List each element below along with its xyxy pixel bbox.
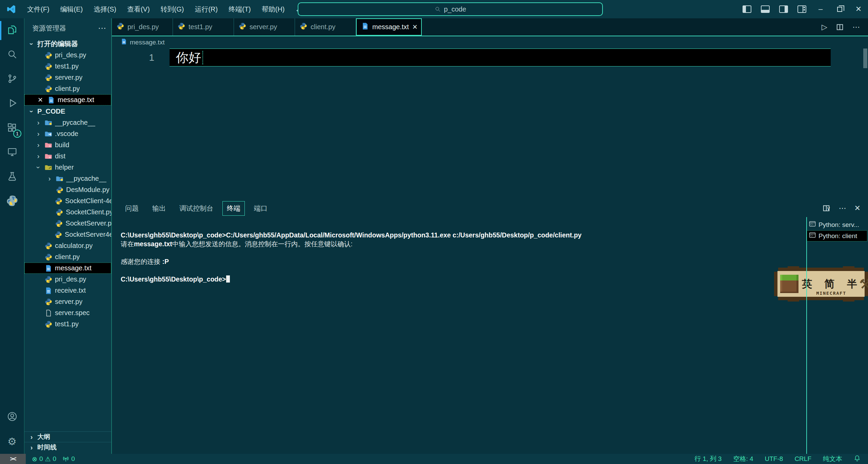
menu-item[interactable]: 运行(R) xyxy=(189,5,223,14)
panel-tab[interactable]: 终端 xyxy=(222,201,245,216)
tree-row[interactable]: › .vscode xyxy=(24,128,111,139)
python-icon xyxy=(117,22,124,32)
remote-indicator[interactable]: >< xyxy=(0,454,26,464)
split-terminal-icon[interactable]: ∨ xyxy=(823,205,831,212)
activity-item-python[interactable] xyxy=(0,189,24,214)
open-editor-row[interactable]: test1.py xyxy=(24,61,111,72)
tree-row[interactable]: › SocketServer4ev... xyxy=(24,229,111,240)
activity-item-testing[interactable] xyxy=(0,165,24,189)
explorer-icon xyxy=(7,24,18,37)
txt-file-icon xyxy=(121,38,127,46)
panel-tab[interactable]: 问题 xyxy=(121,201,143,216)
tree-row[interactable]: › helper xyxy=(24,162,111,173)
open-editor-row[interactable]: server.py xyxy=(24,72,111,83)
toggle-secondary-sidebar-icon[interactable] xyxy=(779,5,788,13)
project-root-header[interactable]: › P_CODE xyxy=(24,105,111,117)
tree-row[interactable]: › test1.py xyxy=(24,318,111,330)
customize-layout-icon[interactable] xyxy=(797,5,806,13)
minimize-button[interactable]: – xyxy=(811,0,830,18)
menu-item[interactable]: 转到(G) xyxy=(155,5,190,14)
tree-row[interactable]: › pri_des.py xyxy=(24,274,111,285)
ime-mode-indicators[interactable]: 英 简 半 xyxy=(802,277,862,291)
terminal-list-item[interactable]: C:\ Python: serv... xyxy=(806,219,867,230)
tree-row[interactable]: › SocketClient.py xyxy=(24,207,111,218)
menu-item[interactable]: 查看(V) xyxy=(122,5,155,14)
terminal-list-item[interactable]: C:\ Python: client xyxy=(806,230,867,241)
activity-item-remote-explorer[interactable] xyxy=(0,140,24,165)
eol[interactable]: CRLF xyxy=(794,455,811,463)
tree-row[interactable]: › server.py xyxy=(24,296,111,307)
tree-row[interactable]: › __pycache__ xyxy=(24,173,111,184)
close-button[interactable]: ✕ xyxy=(849,0,868,18)
terminal-output[interactable]: C:\Users\ghb55\Desktop\p_code>C:/Users/g… xyxy=(112,217,806,454)
editor-scrollbar[interactable] xyxy=(863,49,867,68)
open-editor-row[interactable]: pri_des.py xyxy=(24,50,111,61)
activity-item-explorer[interactable] xyxy=(0,18,24,43)
language-mode[interactable]: 纯文本 xyxy=(823,455,842,463)
more-actions-icon[interactable]: ⋯ xyxy=(839,204,846,213)
more-actions-icon[interactable]: ⋯ xyxy=(852,23,860,32)
panel-tab[interactable]: 输出 xyxy=(148,201,170,216)
tree-row[interactable]: › receive.txt xyxy=(24,285,111,296)
activity-item-extensions[interactable]: 1 xyxy=(0,116,24,140)
problems-status[interactable]: ⊗ 0 ⚠ 0 xyxy=(32,455,56,463)
open-editor-label: pri_des.py xyxy=(55,51,86,59)
panel-tab[interactable]: 调试控制台 xyxy=(175,201,218,216)
open-editor-row[interactable]: ✕ message.txt xyxy=(24,94,111,105)
menu-item[interactable]: 终端(T) xyxy=(223,5,256,14)
open-editor-row[interactable]: client.py xyxy=(24,83,111,94)
tree-row[interactable]: › build xyxy=(24,139,111,151)
outline-section[interactable]: › 大纲 xyxy=(24,431,111,442)
terminal-cursor xyxy=(226,275,230,283)
tree-row[interactable]: › dist xyxy=(24,151,111,162)
tree-row[interactable]: › SocketClient-4e... xyxy=(24,195,111,207)
editor-tab[interactable]: pri_des.py xyxy=(112,18,173,36)
tree-row[interactable]: › __pycache__ xyxy=(24,117,111,128)
tree-row[interactable]: › SocketServer.py xyxy=(24,218,111,229)
tree-row-label: helper xyxy=(55,163,74,171)
tree-row[interactable]: › DesModule.py xyxy=(24,184,111,195)
editor-tab-label: pri_des.py xyxy=(127,23,159,31)
close-icon[interactable]: ✕ xyxy=(412,23,418,31)
tree-row[interactable]: › client.py xyxy=(24,251,111,263)
activity-item-account[interactable] xyxy=(0,405,24,429)
activity-item-settings[interactable]: ⚙ xyxy=(0,429,24,454)
tree-row[interactable]: › message.txt xyxy=(24,263,111,274)
timeline-section[interactable]: › 时间线 xyxy=(24,442,111,452)
command-center-search[interactable]: p_code xyxy=(298,2,603,16)
activity-item-run-debug[interactable] xyxy=(0,92,24,116)
svg-text:C:\: C:\ xyxy=(810,234,813,237)
toggle-sidebar-icon[interactable] xyxy=(743,5,751,13)
indentation[interactable]: 空格: 4 xyxy=(733,455,753,463)
encoding[interactable]: UTF-8 xyxy=(765,455,783,463)
tree-row[interactable]: › calculator.py xyxy=(24,240,111,251)
run-icon[interactable]: ▷ xyxy=(822,23,827,32)
open-editors-header[interactable]: › 打开的编辑器 xyxy=(24,38,111,50)
notifications-bell-icon[interactable] xyxy=(854,455,861,463)
activity-item-search[interactable] xyxy=(0,43,24,67)
activity-item-source-control[interactable] xyxy=(0,67,24,92)
editor-tab[interactable]: client.py xyxy=(295,18,356,36)
ports-status[interactable]: 0 xyxy=(62,455,75,463)
terminal-cmd-icon: C:\ xyxy=(809,232,816,240)
menu-item[interactable]: 编辑(E) xyxy=(55,5,88,14)
menu-item[interactable]: 帮助(H) xyxy=(256,5,290,14)
menu-item[interactable]: 文件(F) xyxy=(22,5,55,14)
close-panel-icon[interactable]: ✕ xyxy=(854,204,861,213)
open-editor-label: test1.py xyxy=(55,62,79,70)
editor-tab[interactable]: message.txt ✕ xyxy=(356,18,422,36)
breadcrumb[interactable]: message.txt xyxy=(112,36,868,49)
split-editor-icon[interactable] xyxy=(836,23,844,31)
toggle-panel-icon[interactable] xyxy=(761,5,770,13)
editor-tab[interactable]: test1.py xyxy=(173,18,234,36)
editor-tab[interactable]: server.py xyxy=(234,18,295,36)
text-editor[interactable]: 1 你好 xyxy=(112,49,868,199)
cursor-position[interactable]: 行 1, 列 3 xyxy=(694,455,722,463)
panel-tab[interactable]: 端口 xyxy=(250,201,272,216)
menu-item[interactable]: 选择(S) xyxy=(88,5,122,14)
tree-row[interactable]: › server.spec xyxy=(24,307,111,318)
sidebar-more-icon[interactable]: ⋯ xyxy=(98,23,106,33)
restore-button[interactable] xyxy=(830,0,849,18)
menu-item-label: 选择(S) xyxy=(94,5,116,14)
close-icon[interactable]: ✕ xyxy=(36,96,45,104)
